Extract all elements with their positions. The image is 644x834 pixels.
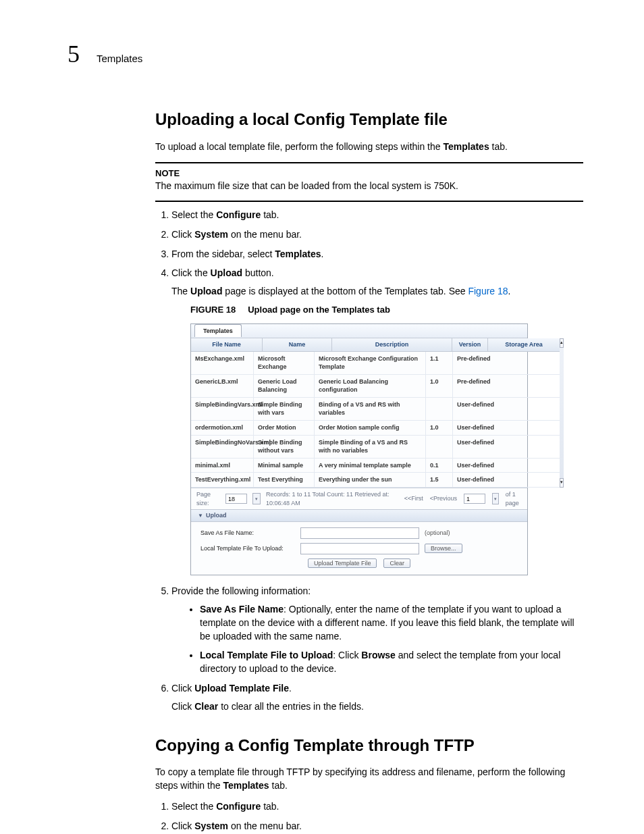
templates-screenshot: Templates File Name Name Description Ver… <box>190 323 528 575</box>
page-size-input[interactable] <box>225 494 247 504</box>
cell: User-defined <box>453 459 516 473</box>
table-row[interactable]: ordermotion.xmlOrder MotionOrder Motion … <box>191 421 560 436</box>
section-heading-uploading: Uploading a local Config Template file <box>155 108 583 131</box>
cell: Simple Binding of a VS and RS with no va… <box>315 436 426 458</box>
col-description[interactable]: Description <box>332 338 452 351</box>
section-heading-tftp: Copying a Config Template through TFTP <box>155 734 583 757</box>
col-storage-area[interactable]: Storage Area <box>488 338 560 351</box>
chapter-title: Templates <box>97 51 142 66</box>
cell: SimpleBindingVars.xml <box>191 398 254 420</box>
intro-paragraph: To upload a local template file, perform… <box>155 140 583 154</box>
grid-header: File Name Name Description Version Stora… <box>191 338 560 352</box>
cell: 1.0 <box>426 375 453 397</box>
page-number-dropdown-icon[interactable]: ▾ <box>492 493 499 504</box>
first-page-link[interactable]: <<First <box>404 494 423 503</box>
cell: User-defined <box>453 436 516 458</box>
clear-button[interactable]: Clear <box>383 558 410 568</box>
cell: Order Motion <box>254 421 315 435</box>
table-row[interactable]: SimpleBindingVars.xmlSimple Binding with… <box>191 398 560 421</box>
note-text: The maximum file size that can be loaded… <box>155 180 583 193</box>
step-5-bullet-1: Save As File Name: Optionally, enter the… <box>200 603 583 643</box>
table-row[interactable]: minimal.xmlMinimal sampleA very minimal … <box>191 459 560 473</box>
figure-caption: FIGURE 18Upload page on the Templates ta… <box>190 303 583 317</box>
step-5: Provide the following information: Save … <box>171 585 583 676</box>
page-size-label: Page size: <box>196 490 220 507</box>
browse-button[interactable]: Browse... <box>425 544 462 553</box>
step-2: Click System on the menu bar. <box>171 228 583 242</box>
cell: Simple Binding without vars <box>254 436 315 458</box>
cell: 1.0 <box>426 421 453 435</box>
page-header: 5 Templates <box>68 37 583 71</box>
cell: Microsoft Exchange <box>254 352 315 374</box>
cell: Simple Binding with vars <box>254 398 315 420</box>
step-3: From the sidebar, select Templates. <box>171 248 583 261</box>
cell: Microsoft Exchange Configuration Templat… <box>315 352 426 374</box>
scroll-up-icon[interactable]: ▴ <box>560 338 564 348</box>
step-1: Select the Configure tab. <box>171 209 583 222</box>
page-size-dropdown-icon[interactable]: ▾ <box>252 493 261 504</box>
scroll-down-icon[interactable]: ▾ <box>560 478 564 488</box>
cell: MsExchange.xml <box>191 352 254 374</box>
steps-list: Select the Configure tab. Click System o… <box>155 209 583 713</box>
table-row[interactable]: MsExchange.xmlMicrosoft ExchangeMicrosof… <box>191 352 560 375</box>
cell: minimal.xml <box>191 459 254 473</box>
cell: Minimal sample <box>254 459 315 473</box>
step-6: Click Upload Template File. Click Clear … <box>171 682 583 713</box>
cell: Everything under the sun <box>315 473 426 487</box>
local-file-label: Local Template File To Upload: <box>200 544 295 553</box>
cell: Pre-defined <box>453 375 516 397</box>
templates-tab[interactable]: Templates <box>194 324 242 337</box>
save-as-input[interactable] <box>300 527 419 539</box>
tftp-steps-list: Select the Configure tab. Click System o… <box>155 800 583 833</box>
cell: 1.5 <box>426 473 453 487</box>
optional-label: (optional) <box>425 529 450 538</box>
table-row[interactable]: GenericLB.xmlGeneric Load BalancingGener… <box>191 375 560 398</box>
cell: User-defined <box>453 473 516 487</box>
step-4: Click the Upload button. The Upload page… <box>171 267 583 575</box>
cell: User-defined <box>453 398 516 420</box>
note-rule-top <box>155 162 583 163</box>
of-pages-label: of 1 page <box>506 490 522 507</box>
cell: Binding of a VS and RS with variables <box>315 398 426 420</box>
cell: Generic Load Balancing configuration <box>315 375 426 397</box>
col-file-name[interactable]: File Name <box>191 338 263 351</box>
save-as-label: Save As File Name: <box>200 529 295 538</box>
cell: Generic Load Balancing <box>254 375 315 397</box>
figure-link[interactable]: Figure 18 <box>468 286 508 296</box>
cell: TestEverything.xml <box>191 473 254 487</box>
scrollbar[interactable]: ▴ ▾ <box>560 338 564 488</box>
chapter-number: 5 <box>68 37 80 71</box>
upload-section-header[interactable]: ▼Upload <box>191 509 527 522</box>
col-name[interactable]: Name <box>263 338 332 351</box>
pager-bar: Page size: ▾ Records: 1 to 11 Total Coun… <box>191 488 527 509</box>
cell: 1.1 <box>426 352 453 374</box>
tftp-intro: To copy a template file through TFTP by … <box>155 766 583 792</box>
cell: ordermotion.xml <box>191 421 254 435</box>
note-label: NOTE <box>155 167 583 180</box>
upload-template-file-button[interactable]: Upload Template File <box>308 558 377 568</box>
cell <box>426 398 453 420</box>
note-rule-bottom <box>155 201 583 202</box>
table-row[interactable]: TestEverything.xmlTest EverythingEveryth… <box>191 473 560 488</box>
previous-page-link[interactable]: <Previous <box>430 494 457 503</box>
grid-body: MsExchange.xmlMicrosoft ExchangeMicrosof… <box>191 352 560 488</box>
page-number-input[interactable] <box>464 494 485 504</box>
tftp-step-2: Click System on the menu bar. <box>171 820 583 833</box>
cell: User-defined <box>453 421 516 435</box>
cell <box>426 436 453 458</box>
cell: Test Everything <box>254 473 315 487</box>
col-version[interactable]: Version <box>452 338 488 351</box>
step-5-bullet-2: Local Template File to Upload: Click Bro… <box>200 649 583 675</box>
collapse-icon: ▼ <box>198 513 203 519</box>
cell: GenericLB.xml <box>191 375 254 397</box>
local-file-input[interactable] <box>300 543 419 554</box>
cell: Order Motion sample config <box>315 421 426 435</box>
table-row[interactable]: SimpleBindingNoVars.xmlSimple Binding wi… <box>191 436 560 459</box>
cell: Pre-defined <box>453 352 516 374</box>
cell: 0.1 <box>426 459 453 473</box>
records-text: Records: 1 to 11 Total Count: 11 Retriev… <box>266 490 399 507</box>
cell: SimpleBindingNoVars.xml <box>191 436 254 458</box>
tftp-step-1: Select the Configure tab. <box>171 800 583 814</box>
cell: A very minimal template sample <box>315 459 426 473</box>
